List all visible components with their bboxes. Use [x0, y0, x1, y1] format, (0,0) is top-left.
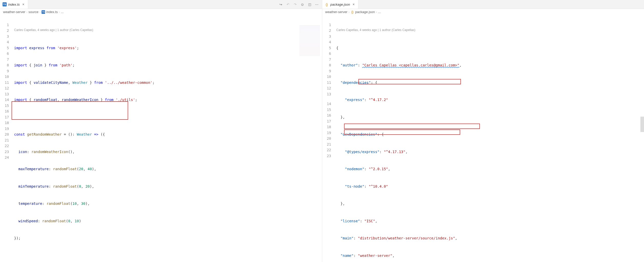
code-line: "nodemon": "^2.0.15", — [336, 166, 644, 172]
breadcrumb-item[interactable]: weather-server — [3, 10, 25, 14]
tab-package-json[interactable]: {} package.json × — [322, 0, 359, 9]
code-line: }, — [336, 114, 644, 120]
forward-icon[interactable]: ↷ — [293, 2, 297, 6]
code-line: "ts-node": "^10.4.0" — [336, 184, 644, 189]
code-line: "express": "^4.17.2" — [336, 97, 644, 103]
chevron-right-icon: › — [39, 10, 41, 14]
line-gutter: 1 2 3 4 5 6 7 8 9 10 11 12 13 14 15 16 1… — [0, 15, 14, 262]
code-line: { — [336, 45, 644, 51]
tab-index-ts[interactable]: TS index.ts × — [0, 0, 28, 9]
code-line: import express from 'express'; — [14, 45, 322, 51]
code-line: temperature: randomFloat(10, 30), — [14, 201, 322, 207]
run-icon[interactable]: ⊙ — [300, 2, 305, 6]
code-line: "main": "distribution/weather-server/sou… — [336, 235, 644, 241]
chevron-right-icon: › — [59, 10, 60, 14]
scrollbar-track[interactable] — [640, 117, 644, 132]
typescript-icon: TS — [3, 2, 7, 6]
git-blame-annotation: Carles Capellas, 4 weeks ago | 1 author … — [14, 27, 322, 34]
chevron-right-icon: › — [376, 10, 377, 14]
tab-label: index.ts — [8, 3, 20, 6]
code-line: "dependencies": { — [336, 80, 644, 86]
more-icon[interactable]: ⋯ — [315, 2, 319, 6]
compare-icon[interactable]: ↪ — [279, 2, 283, 6]
code-line: icon: randomWeatherIcon(), — [14, 149, 322, 155]
code-line: "author": "Carles Capellas <capellas.car… — [336, 62, 644, 68]
code-content-left[interactable]: Carles Capellas, 4 weeks ago | 1 author … — [14, 15, 322, 262]
editor-pane-right: {} package.json × weather-server › {} pa… — [322, 0, 644, 262]
json-icon: {} — [325, 2, 329, 6]
code-line: import { join } from 'path'; — [14, 62, 322, 68]
highlight-box — [344, 124, 480, 129]
code-line: minTemperature: randomFloat(0, 20), — [14, 184, 322, 189]
breadcrumb-item[interactable]: index.ts — [46, 10, 58, 14]
typescript-icon: TS — [42, 10, 45, 14]
code-line: maxTemperature: randomFloat(20, 40), — [14, 166, 322, 172]
close-icon[interactable]: × — [351, 2, 356, 6]
breadcrumb-item[interactable]: ... — [61, 10, 64, 14]
code-line — [14, 253, 322, 259]
editor-left[interactable]: 1 2 3 4 5 6 7 8 9 10 11 12 13 14 15 16 1… — [0, 15, 322, 262]
split-icon[interactable]: ◫ — [308, 2, 312, 6]
code-line: "devDependencies": { — [336, 132, 644, 137]
code-line: "license": "ISC", — [336, 218, 644, 224]
tab-label: package.json — [330, 3, 350, 6]
tab-actions: ↪ ↶ ↷ ⊙ ◫ ⋯ — [279, 2, 322, 6]
chevron-right-icon: › — [348, 10, 349, 14]
breadcrumb-item[interactable]: source — [28, 10, 38, 14]
code-line — [14, 114, 322, 120]
code-line: import { randomFloat, randomWeatherIcon … — [14, 97, 322, 103]
code-line: }); — [14, 235, 322, 241]
code-line: "@types/express": "^4.17.13", — [336, 149, 644, 155]
back-icon[interactable]: ↶ — [286, 2, 290, 6]
breadcrumb-left[interactable]: weather-server › source › TS index.ts › … — [0, 9, 322, 15]
code-content-right[interactable]: Carles Capellas, 4 weeks ago | 1 author … — [336, 15, 644, 262]
tab-bar-right: {} package.json × — [322, 0, 644, 9]
line-gutter: 1 2 3 4 5 6 7 8 9 10 11 12 13 14 15 16 1… — [322, 15, 336, 262]
editor-pane-left: TS index.ts × ↪ ↶ ↷ ⊙ ◫ ⋯ weather-server… — [0, 0, 322, 262]
json-icon: {} — [351, 10, 354, 14]
chevron-right-icon: › — [26, 10, 27, 14]
tab-bar-left: TS index.ts × ↪ ↶ ↷ ⊙ ◫ ⋯ — [0, 0, 322, 9]
git-blame-annotation: Carles Capellas, 4 weeks ago | 1 author … — [336, 27, 644, 34]
close-icon[interactable]: × — [21, 2, 25, 6]
breadcrumb-item[interactable]: weather-server — [325, 10, 348, 14]
breadcrumb-item[interactable]: ... — [378, 10, 381, 14]
code-line: }, — [336, 201, 644, 207]
breadcrumb-item[interactable]: package.json — [355, 10, 375, 14]
code-line: windSpeed: randomFloat(0, 10) — [14, 218, 322, 224]
code-line: import { validateCityName, Weather } fro… — [14, 80, 322, 86]
code-line: const getRandomWeather = (): Weather => … — [14, 132, 322, 137]
code-line: "name": "weather-server", — [336, 253, 644, 259]
breadcrumb-right[interactable]: weather-server › {} package.json › ... — [322, 9, 644, 15]
minimap[interactable] — [299, 25, 320, 56]
editor-right[interactable]: 1 2 3 4 5 6 7 8 9 10 11 12 13 14 15 16 1… — [322, 15, 644, 262]
